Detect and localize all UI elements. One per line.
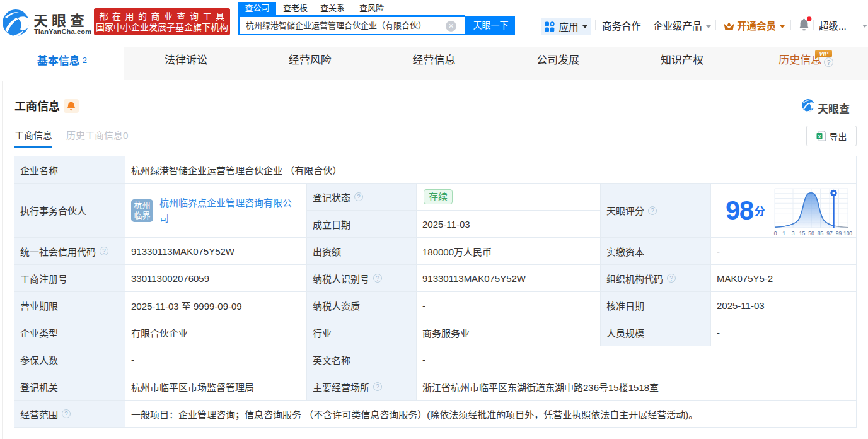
svg-text:99: 99 <box>836 230 842 237</box>
svg-text:1: 1 <box>782 230 785 237</box>
svg-text:3: 3 <box>792 230 795 237</box>
svg-text:100: 100 <box>843 230 852 237</box>
svg-text:0: 0 <box>774 230 777 237</box>
svg-text:50: 50 <box>808 230 814 237</box>
svg-text:15: 15 <box>799 230 806 237</box>
svg-text:85: 85 <box>818 230 824 237</box>
svg-text:X: X <box>818 134 821 139</box>
svg-text:97: 97 <box>826 230 833 237</box>
